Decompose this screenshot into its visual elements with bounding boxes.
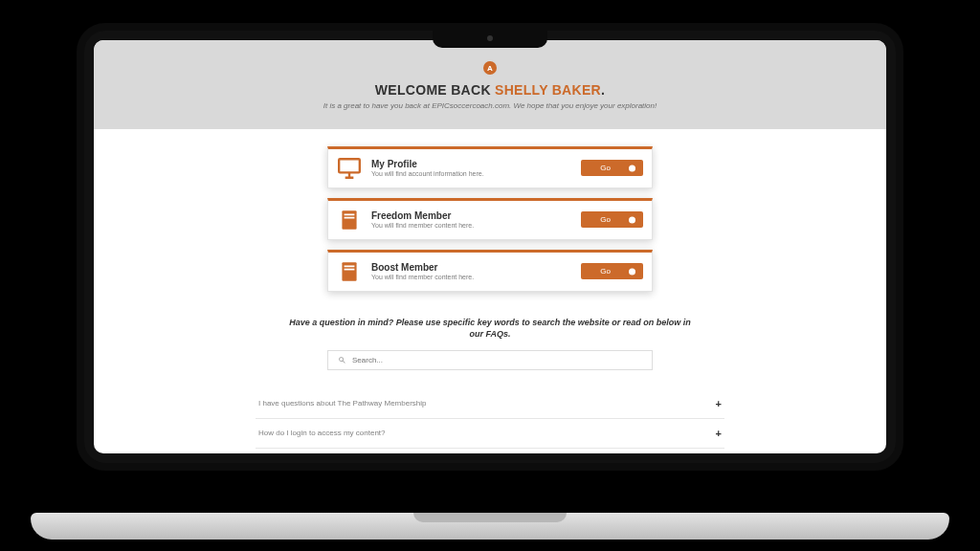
brand-badge-icon: A: [483, 61, 497, 75]
search-input[interactable]: [327, 350, 653, 370]
svg-rect-3: [342, 210, 356, 230]
laptop-mockup: A WELCOME BACK SHELLY BAKER. It is a gre…: [77, 23, 903, 520]
card-boost-member[interactable]: Boost Member You will find member conten…: [327, 250, 653, 292]
monitor-icon: [337, 156, 362, 181]
book-icon: [337, 208, 362, 232]
card-my-profile[interactable]: My Profile You will find account informa…: [327, 146, 653, 188]
card-title: My Profile: [371, 159, 571, 169]
welcome-subtitle: It is a great to have you back at EPICso…: [132, 101, 848, 112]
screen: A WELCOME BACK SHELLY BAKER. It is a gre…: [94, 40, 886, 453]
welcome-suffix: .: [601, 82, 605, 98]
svg-rect-6: [342, 262, 356, 281]
laptop-lid: A WELCOME BACK SHELLY BAKER. It is a gre…: [77, 23, 903, 471]
plus-icon: +: [716, 398, 722, 409]
svg-rect-5: [345, 217, 355, 219]
welcome-user-name: SHELLY BAKER: [495, 82, 601, 98]
faq-item[interactable]: I have questions about The Pathway Membe…: [256, 389, 724, 419]
card-text: My Profile You will find account informa…: [371, 159, 571, 177]
welcome-heading: WELCOME BACK SHELLY BAKER.: [132, 82, 848, 98]
plus-icon: +: [716, 428, 722, 439]
go-button-label: Go: [600, 267, 611, 276]
book-icon: [337, 259, 362, 284]
faq-lead-text: Have a question in mind? Please use spec…: [94, 301, 886, 341]
go-button-label: Go: [600, 164, 611, 172]
faq-list: I have questions about The Pathway Membe…: [256, 389, 724, 449]
go-button[interactable]: Go: [581, 263, 643, 279]
svg-rect-0: [339, 159, 360, 172]
go-button-label: Go: [600, 215, 611, 224]
faq-question: I have questions about The Pathway Membe…: [258, 399, 427, 408]
faq-item[interactable]: How do I login to access my content? +: [256, 419, 724, 449]
search-field[interactable]: [352, 356, 642, 364]
svg-rect-8: [345, 269, 355, 271]
welcome-prefix: WELCOME BACK: [375, 82, 495, 98]
faq-question: How do I login to access my content?: [258, 429, 386, 437]
search-icon: [338, 356, 346, 364]
laptop-base: [31, 513, 949, 540]
svg-rect-7: [345, 265, 355, 267]
card-text: Freedom Member You will find member cont…: [371, 210, 571, 229]
go-button[interactable]: Go: [581, 160, 643, 176]
card-desc: You will find member content here.: [371, 274, 571, 280]
card-desc: You will find member content here.: [371, 222, 571, 229]
card-desc: You will find account information here.: [371, 170, 571, 177]
card-freedom-member[interactable]: Freedom Member You will find member cont…: [327, 198, 653, 240]
laptop-base-notch: [413, 513, 567, 522]
card-text: Boost Member You will find member conten…: [371, 262, 571, 280]
go-button[interactable]: Go: [581, 211, 643, 228]
card-title: Boost Member: [371, 262, 571, 273]
dashboard-cards: My Profile You will find account informa…: [94, 129, 886, 301]
welcome-hero: A WELCOME BACK SHELLY BAKER. It is a gre…: [94, 40, 886, 129]
card-title: Freedom Member: [371, 210, 571, 221]
svg-rect-4: [345, 213, 355, 215]
camera-icon: [487, 35, 493, 41]
